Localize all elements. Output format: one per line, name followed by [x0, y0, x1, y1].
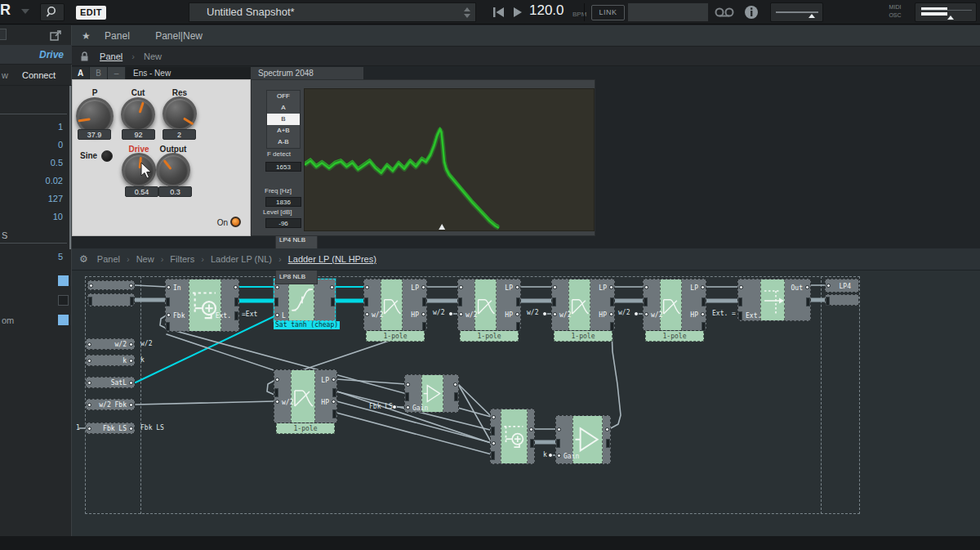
tab-variation-a[interactable]: A [72, 67, 89, 79]
port-bracket[interactable] [516, 297, 520, 306]
port-hp[interactable] [609, 312, 613, 316]
breadcrumb-new[interactable]: New [144, 51, 162, 61]
module-one-pole-4[interactable]: w/2LPHP [643, 279, 706, 331]
module-lp4-out-terminal-2[interactable] [825, 294, 859, 306]
port-lp[interactable] [701, 285, 705, 289]
module-terminal-fbk-ls[interactable]: Fbk LS [86, 423, 135, 434]
module-terminal-k[interactable]: k [86, 355, 135, 366]
port-l[interactable] [275, 313, 279, 317]
sidebar-scrollbar[interactable] [69, 86, 71, 249]
port-bracket[interactable] [166, 322, 170, 331]
module-name-strip[interactable]: 1-pole [366, 331, 425, 342]
module-lp4-out-terminal[interactable]: LP4 [825, 279, 859, 293]
module-one-pole-1[interactable]: w/2LPHP [363, 279, 427, 331]
port-bracket[interactable] [702, 297, 706, 306]
port-dot[interactable] [557, 427, 561, 432]
port-bracket[interactable] [610, 297, 614, 306]
port-lp[interactable] [515, 285, 519, 289]
reaktor-logo[interactable]: R [0, 2, 11, 19]
port-bracket[interactable] [826, 297, 830, 306]
port-lp[interactable] [332, 378, 336, 382]
port-bracket[interactable] [516, 322, 520, 331]
port-dot[interactable] [459, 285, 463, 289]
port-gain[interactable] [406, 405, 410, 409]
property-value[interactable]: 10 [0, 208, 70, 226]
port-bracket[interactable] [234, 297, 238, 306]
info-icon[interactable] [743, 5, 760, 20]
port-w-2[interactable] [553, 312, 557, 316]
cpu-meter[interactable] [770, 2, 823, 22]
port-lp[interactable] [609, 285, 613, 289]
snapshot-up-arrow[interactable] [464, 7, 470, 11]
module-gain-fbk-ls[interactable]: Gain [404, 374, 459, 413]
filter-option-lp8-nlb[interactable]: LP8 NLB [276, 271, 317, 283]
port-dot[interactable] [129, 381, 133, 385]
module-one-pole-3[interactable]: w/2LPHP [551, 279, 615, 331]
knob-cut[interactable] [121, 97, 155, 132]
module-terminal-top-2[interactable] [87, 293, 135, 306]
f-detect-value[interactable]: 1653 [265, 162, 301, 172]
port-bracket[interactable] [422, 322, 426, 331]
module-feedback-adder[interactable] [490, 409, 535, 464]
port-dot[interactable] [87, 427, 91, 431]
structure-crumb-ladder-lp-nl-hpres-[interactable]: Ladder LP (NL HPres) [288, 254, 376, 264]
bpm-value[interactable]: 120.0 [529, 2, 564, 19]
port-bracket[interactable] [606, 439, 610, 448]
module-terminal-top-1[interactable] [87, 280, 135, 290]
spectrum-display[interactable] [304, 88, 595, 231]
port-dot[interactable] [129, 284, 133, 288]
port-bracket[interactable] [130, 297, 134, 306]
cpu-meter-marker[interactable] [808, 14, 815, 18]
port-dot[interactable] [87, 403, 91, 407]
port-dot[interactable] [275, 285, 279, 289]
module-output-router[interactable]: Ext.Out [737, 279, 811, 321]
port-bracket[interactable] [88, 297, 92, 306]
tab-view-fragment[interactable]: w [0, 70, 8, 80]
value-cut[interactable]: 92 [122, 129, 155, 140]
port-dot[interactable] [87, 342, 91, 347]
port-dot[interactable] [89, 284, 93, 288]
port-dot[interactable] [605, 427, 609, 432]
port-hp[interactable] [421, 312, 425, 316]
external-link-icon[interactable] [50, 30, 62, 42]
port-dot[interactable] [529, 427, 533, 432]
port-bracket[interactable] [530, 439, 534, 448]
favorite-panel-new[interactable]: Panel|New [132, 30, 203, 42]
port-dot[interactable] [129, 427, 133, 431]
port-bracket[interactable] [405, 392, 409, 401]
module-terminal-satl[interactable]: SatL [86, 377, 135, 388]
port-dot[interactable] [492, 441, 496, 445]
port-bracket[interactable] [702, 322, 706, 331]
module-one-pole-fbk[interactable]: w/2LPHP [274, 369, 337, 423]
port-lp[interactable] [421, 285, 425, 289]
port-dot[interactable] [553, 285, 557, 289]
module-terminal-w2-fbk[interactable]: w/2 Fbk [86, 399, 135, 410]
tab-variation-minus[interactable]: – [108, 67, 125, 79]
gear-icon[interactable]: ⚙ [72, 253, 88, 265]
channel-option-a-b[interactable]: A+B [267, 125, 300, 136]
value-p[interactable]: 37.9 [78, 129, 111, 140]
link-button[interactable]: LINK [591, 5, 625, 20]
tape-loop-icon[interactable] [712, 5, 737, 20]
port-bracket[interactable] [332, 388, 336, 397]
port-bracket[interactable] [458, 297, 462, 306]
port-bracket[interactable] [644, 297, 648, 306]
knob-output[interactable] [156, 153, 190, 187]
port-dot[interactable] [365, 285, 369, 289]
sine-button[interactable] [101, 150, 113, 162]
port-bracket[interactable] [491, 427, 495, 436]
port-bracket[interactable] [556, 439, 560, 448]
port-gain[interactable] [557, 454, 561, 458]
port-bracket-ext-[interactable] [234, 311, 238, 320]
structure-crumb-new[interactable]: New [136, 254, 154, 264]
on-led-button[interactable] [230, 217, 241, 227]
port-bracket[interactable] [610, 322, 614, 331]
property-value[interactable]: 1 [0, 118, 70, 136]
module-name-strip[interactable]: 1-pole [276, 423, 335, 434]
knob-res[interactable] [163, 96, 197, 131]
snapshot-down-arrow[interactable] [464, 14, 470, 18]
search-button[interactable] [40, 3, 65, 21]
checkbox-checked[interactable] [58, 275, 69, 286]
port-hp[interactable] [332, 400, 336, 404]
star-icon[interactable]: ★ [72, 30, 91, 42]
